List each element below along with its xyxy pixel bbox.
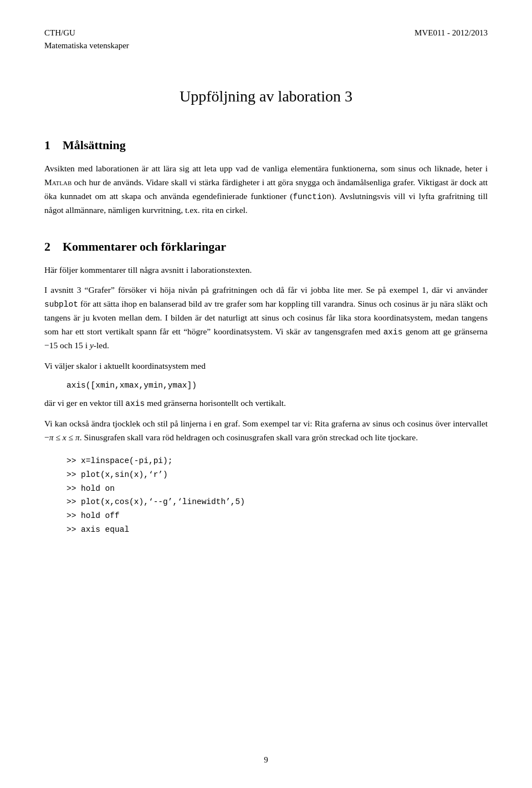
code-line-2: >> plot(x,sin(x),‘r’) — [66, 468, 488, 482]
code-line-1: >> x=linspace(-pi,pi); — [66, 454, 488, 468]
page-number: 9 — [264, 755, 268, 764]
code-line-5: >> hold off — [66, 509, 488, 523]
pi-symbol-2: π — [75, 433, 80, 442]
axis-code-line: axis([xmin,xmax,ymin,ymax]) — [66, 380, 488, 392]
function-keyword: function — [293, 192, 331, 201]
section-2: 2 Kommentarer och förklaringar Här följe… — [44, 237, 488, 537]
section-1-title: Målsättning — [63, 138, 126, 152]
section-2-title: Kommentarer och förklaringar — [63, 240, 226, 253]
y-variable: y — [90, 340, 94, 350]
main-title: Uppföljning av laboration 3 — [44, 85, 488, 108]
header-right: MVE011 - 2012/2013 — [415, 27, 488, 39]
page-footer: 9 — [0, 754, 532, 766]
pi-symbol-1: π — [49, 433, 54, 442]
section-2-paragraph2: Vi väljer skalor i aktuellt koordinatsys… — [44, 359, 488, 373]
course-code: MVE011 - 2012/2013 — [415, 27, 488, 39]
institution-line2: Matematiska vetenskaper — [44, 39, 129, 52]
section-2-number: 2 — [44, 240, 50, 253]
page: CTH/GU Matematiska vetenskaper MVE011 - … — [0, 0, 532, 788]
section-2-paragraph1: I avsnitt 3 “Grafer” försöker vi höja ni… — [44, 283, 488, 353]
section-2-paragraph4: Vi kan också ändra tjocklek och stil på … — [44, 417, 488, 445]
section-1-paragraph: Avsikten med laborationen är att lära si… — [44, 162, 488, 217]
code-block: >> x=linspace(-pi,pi); >> plot(x,sin(x),… — [66, 454, 488, 536]
section-2-paragraph3: där vi ger en vektor till axis med gräns… — [44, 396, 488, 410]
axis-code: axis([xmin,xmax,ymin,ymax]) — [66, 381, 197, 390]
code-line-6: >> axis equal — [66, 523, 488, 537]
section-2-intro: Här följer kommentarer till några avsnit… — [44, 263, 488, 277]
axis-keyword-1: axis — [383, 328, 403, 337]
page-header: CTH/GU Matematiska vetenskaper MVE011 - … — [44, 27, 488, 52]
header-left: CTH/GU Matematiska vetenskaper — [44, 27, 129, 52]
x-variable: x — [63, 433, 66, 442]
institution-line1: CTH/GU — [44, 27, 129, 39]
section-1: 1 Målsättning Avsikten med laborationen … — [44, 136, 488, 217]
subplot-keyword: subplot — [44, 300, 78, 309]
section-2-heading: 2 Kommentarer och förklaringar — [44, 237, 488, 256]
code-line-3: >> hold on — [66, 482, 488, 496]
section-1-heading: 1 Målsättning — [44, 136, 488, 154]
section-1-number: 1 — [44, 138, 50, 152]
code-line-4: >> plot(x,cos(x),‘--g’,‘linewidth’,5) — [66, 495, 488, 509]
axis-keyword-2: axis — [125, 399, 145, 408]
matlab-smallcaps: Matlab — [44, 177, 71, 187]
